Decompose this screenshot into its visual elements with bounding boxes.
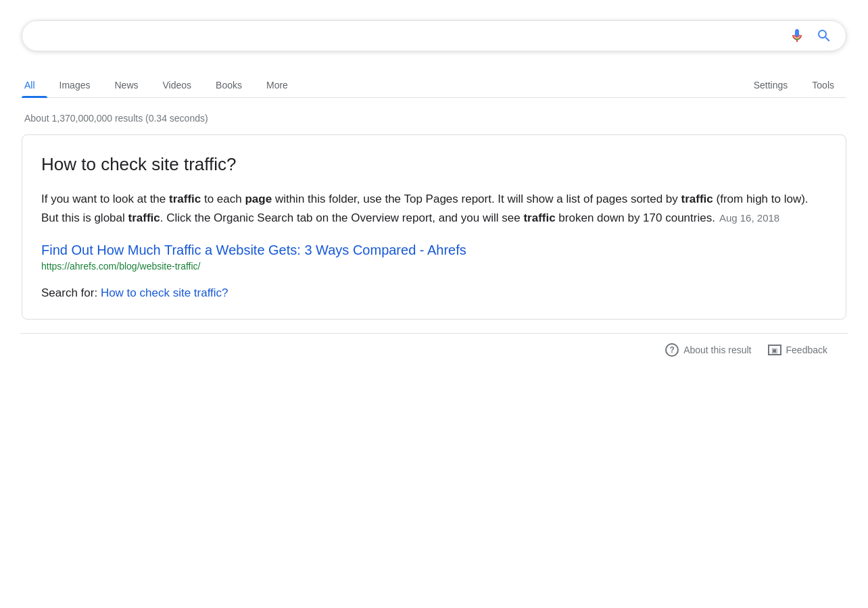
search-for: Search for: How to check site traffic?: [41, 286, 827, 300]
tab-books[interactable]: Books: [203, 73, 254, 97]
about-result-button[interactable]: ? About this result: [665, 343, 751, 357]
tab-videos[interactable]: Videos: [151, 73, 204, 97]
tab-more[interactable]: More: [254, 73, 300, 97]
body-bold-traffic1: traffic: [169, 193, 201, 205]
featured-url[interactable]: https://ahrefs.com/blog/website-traffic/: [41, 261, 827, 272]
tab-tools[interactable]: Tools: [800, 73, 846, 97]
about-result-icon: ?: [665, 343, 679, 357]
search-icon[interactable]: [816, 28, 832, 44]
featured-body: If you want to look at the traffic to ea…: [41, 190, 827, 228]
body-bold-traffic2: traffic: [681, 193, 713, 205]
search-for-link[interactable]: How to check site traffic?: [101, 286, 228, 299]
body-text-1: If you want to look at the: [41, 193, 169, 205]
feedback-button[interactable]: ▣ Feedback: [768, 345, 827, 355]
search-bar: check website traffic: [22, 20, 846, 51]
feedback-icon: ▣: [768, 345, 781, 355]
search-input[interactable]: check website traffic: [36, 28, 789, 44]
tab-settings[interactable]: Settings: [751, 73, 800, 97]
search-for-label: Search for:: [41, 286, 97, 299]
featured-question: How to check site traffic?: [41, 154, 827, 175]
nav-tabs: All Images News Videos Books More Settin…: [22, 64, 846, 98]
feedback-label: Feedback: [786, 345, 827, 355]
body-text-6: broken down by 170 countries.: [556, 211, 715, 224]
body-text-2: to each: [201, 193, 245, 205]
body-bold-page: page: [245, 193, 272, 205]
tab-images[interactable]: Images: [47, 73, 103, 97]
footer-bar: ? About this result ▣ Feedback: [20, 333, 848, 366]
mic-icon[interactable]: [789, 28, 805, 44]
body-text-3: within this folder, use the Top Pages re…: [272, 193, 681, 205]
featured-snippet-card: How to check site traffic? If you want t…: [22, 134, 846, 320]
body-bold-traffic4: traffic: [523, 211, 555, 224]
body-text-5: . Click the Organic Search tab on the Ov…: [160, 211, 524, 224]
featured-date: Aug 16, 2018: [719, 212, 779, 224]
about-result-label: About this result: [683, 345, 751, 355]
tab-all[interactable]: All: [22, 73, 47, 97]
svg-rect-0: [796, 29, 798, 34]
tab-news[interactable]: News: [102, 73, 150, 97]
featured-link[interactable]: Find Out How Much Traffic a Website Gets…: [41, 243, 827, 258]
results-count: About 1,370,000,000 results (0.34 second…: [22, 113, 846, 124]
body-bold-traffic3: traffic: [128, 211, 160, 224]
